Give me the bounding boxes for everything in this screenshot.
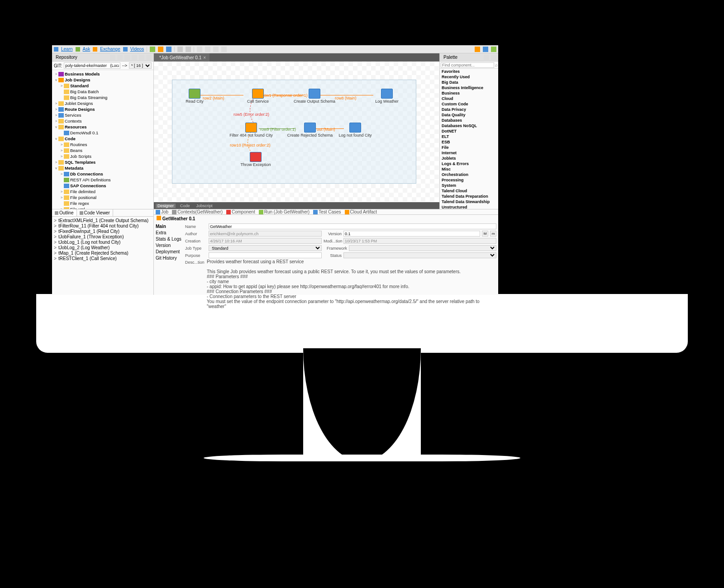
props-tab[interactable]: Run (Job GetWeather) bbox=[259, 209, 310, 214]
toolbar-btn[interactable] bbox=[213, 47, 219, 52]
header-btn[interactable] bbox=[117, 55, 123, 60]
close-icon[interactable]: × bbox=[203, 55, 206, 60]
minimize-icon[interactable] bbox=[146, 55, 152, 60]
tree-item[interactable]: >Job Scripts bbox=[52, 153, 153, 159]
perspective-btn[interactable] bbox=[483, 47, 488, 52]
palette-item[interactable]: Processing bbox=[440, 177, 498, 183]
tree-item[interactable]: >Beans bbox=[52, 147, 153, 153]
description-text[interactable]: Provides weather forecast using a REST s… bbox=[207, 259, 496, 309]
jobtype-select[interactable]: Standard bbox=[209, 245, 322, 251]
purpose-input[interactable] bbox=[209, 252, 322, 258]
tab-outline[interactable]: Outline bbox=[52, 209, 77, 216]
toolbar-btn[interactable] bbox=[221, 47, 227, 52]
outline-item[interactable]: >tMap_1 (Create Rejected Schema) bbox=[54, 250, 152, 256]
outline-list[interactable]: >tExtractXMLField_1 (Create Output Schem… bbox=[52, 217, 153, 295]
tree-item[interactable]: SAP Connections bbox=[52, 183, 153, 189]
outline-item[interactable]: >tJobLog_2 (Log Weather) bbox=[54, 245, 152, 250]
palette-item[interactable]: Orchestration bbox=[440, 172, 498, 177]
tree-item[interactable]: >Joblet Designs bbox=[52, 100, 153, 106]
header-btn[interactable] bbox=[110, 55, 115, 60]
toolbar-btn[interactable] bbox=[205, 47, 210, 52]
palette-item[interactable]: Custom Code bbox=[440, 101, 498, 107]
toolbar-btn[interactable] bbox=[177, 47, 183, 52]
palette-item[interactable]: Misc bbox=[440, 166, 498, 172]
node-log-not-found[interactable]: Log not found City bbox=[333, 123, 378, 138]
status-select[interactable] bbox=[343, 252, 496, 258]
framework-select[interactable] bbox=[349, 245, 496, 251]
palette-item[interactable]: File bbox=[440, 145, 498, 150]
tree-item[interactable]: >Business Models bbox=[52, 71, 153, 77]
palette-item[interactable]: Talend Data Stewardship bbox=[440, 199, 498, 204]
tree-item[interactable]: vMetadata bbox=[52, 165, 153, 171]
minimize-icon[interactable] bbox=[492, 210, 496, 214]
props-tab[interactable]: Job bbox=[156, 209, 168, 214]
version-input[interactable] bbox=[343, 231, 480, 237]
header-btn[interactable] bbox=[142, 210, 146, 215]
palette-item[interactable]: Databases bbox=[440, 118, 498, 123]
props-side-tab[interactable]: Version bbox=[156, 242, 181, 248]
props-side-tab[interactable]: Deployment bbox=[156, 248, 181, 255]
node-create-output[interactable]: Create Output Schema bbox=[290, 89, 339, 104]
props-side-tab[interactable]: Stats & Logs bbox=[156, 236, 181, 242]
node-throw-exception[interactable]: Throw Exception bbox=[235, 152, 276, 167]
palette-item[interactable]: Internet bbox=[440, 150, 498, 156]
tree-item[interactable]: vJob Designs bbox=[52, 77, 153, 83]
canvas-tab[interactable]: Jobscript bbox=[195, 204, 214, 208]
tree-item[interactable]: >File delimited bbox=[52, 189, 153, 194]
props-tab[interactable]: Cloud Artifact bbox=[345, 209, 377, 214]
palette-item[interactable]: Business bbox=[440, 90, 498, 96]
tree-item[interactable]: Big Data Streaming bbox=[52, 95, 153, 100]
palette-item[interactable]: Unstructured bbox=[440, 204, 498, 209]
palette-item[interactable]: Business Intelligence bbox=[440, 85, 498, 90]
palette-item[interactable]: Data Privacy bbox=[440, 107, 498, 112]
palette-item[interactable]: Recently Used bbox=[440, 74, 498, 80]
outline-item[interactable]: >tExtractXMLField_1 (Create Output Schem… bbox=[54, 218, 152, 223]
tree-item[interactable]: DemoWsdl 0.1 bbox=[52, 130, 153, 136]
palette-item[interactable]: ELT bbox=[440, 134, 498, 139]
tree-item[interactable]: Big Data Batch bbox=[52, 89, 153, 95]
palette-item[interactable]: Favorites bbox=[440, 69, 498, 74]
toolbar-btn[interactable] bbox=[150, 47, 155, 52]
node-read-city[interactable]: Read City bbox=[179, 89, 210, 104]
tab-code-viewer[interactable]: Code Viewer bbox=[77, 209, 113, 216]
tree-item[interactable]: File regex bbox=[52, 200, 153, 206]
version-major-btn[interactable]: M bbox=[482, 231, 488, 237]
palette-item[interactable]: Talend Cloud bbox=[440, 188, 498, 194]
minimize-icon[interactable] bbox=[491, 55, 496, 60]
palette-item[interactable]: Big Data bbox=[440, 80, 498, 85]
git-branch-select[interactable]: * [ 16 ] bbox=[129, 62, 152, 69]
palette-item[interactable]: Logs & Errors bbox=[440, 161, 498, 166]
palette-item[interactable]: System bbox=[440, 183, 498, 188]
toolbar-btn[interactable] bbox=[158, 47, 163, 52]
minimize-icon[interactable] bbox=[148, 210, 152, 215]
ask-link[interactable]: Ask bbox=[83, 47, 90, 52]
design-canvas[interactable]: row2 (Main) row1 (Response order:1) row8… bbox=[154, 62, 439, 202]
props-side-tab[interactable]: Git History bbox=[156, 255, 181, 261]
node-call-service[interactable]: Call Service bbox=[242, 89, 274, 104]
props-tab[interactable]: Contexts(GetWeather) bbox=[172, 209, 223, 214]
outline-item[interactable]: >tJobFailure_1 (Throw Exception) bbox=[54, 234, 152, 239]
palette-item[interactable]: Data Quality bbox=[440, 112, 498, 118]
videos-link[interactable]: Videos bbox=[130, 47, 144, 52]
tree-item[interactable]: vResources bbox=[52, 124, 153, 130]
node-log-weather[interactable]: Log Weather bbox=[371, 89, 403, 104]
props-tab[interactable]: Test Cases bbox=[313, 209, 341, 214]
git-branch-input[interactable] bbox=[64, 62, 120, 69]
repository-tree[interactable]: >Business ModelsvJob Designs>StandardBig… bbox=[52, 70, 153, 209]
toolbar-btn[interactable] bbox=[197, 47, 202, 52]
palette-item[interactable]: DotNET bbox=[440, 128, 498, 134]
palette-search-input[interactable] bbox=[441, 62, 494, 68]
palette-item[interactable]: Talend Data Preparation bbox=[440, 194, 498, 199]
props-tab[interactable]: Component bbox=[226, 209, 255, 214]
perspective-btn[interactable] bbox=[475, 47, 480, 52]
palette-list[interactable]: FavoritesRecently UsedBig DataBusiness I… bbox=[440, 69, 498, 209]
header-btn[interactable] bbox=[132, 55, 137, 60]
learn-link[interactable]: Learn bbox=[61, 47, 73, 52]
outline-item[interactable]: >tRESTClient_1 (Call Service) bbox=[54, 256, 152, 261]
props-side-tab[interactable]: Main bbox=[156, 223, 181, 229]
palette-item[interactable]: ESB bbox=[440, 139, 498, 145]
tree-item[interactable]: >File positional bbox=[52, 194, 153, 200]
outline-item[interactable]: >tFixedFlowInput_1 (Read City) bbox=[54, 228, 152, 234]
palette-item[interactable]: Databases NoSQL bbox=[440, 123, 498, 128]
toolbar-btn[interactable] bbox=[166, 47, 171, 52]
